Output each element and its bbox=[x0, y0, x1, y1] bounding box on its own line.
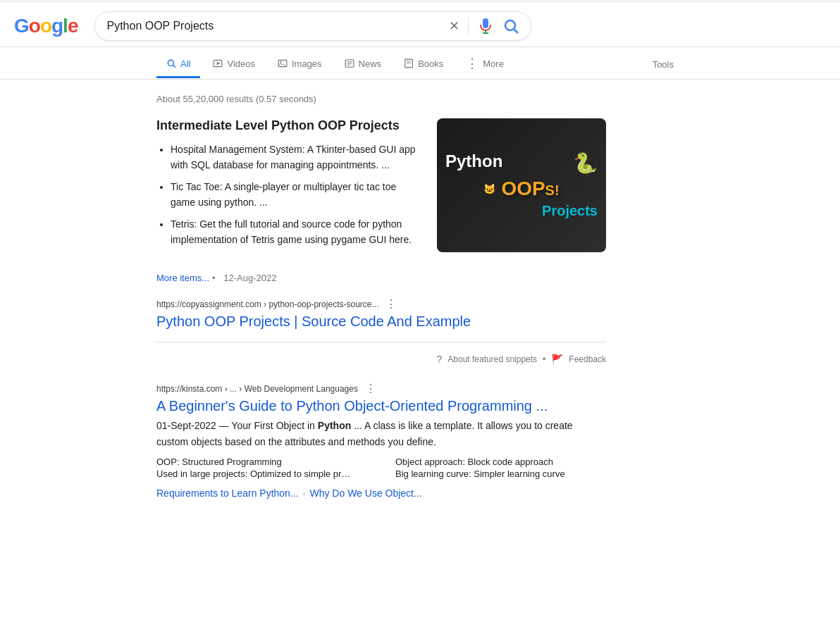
results-count: About 55,20,000 results (0.57 seconds) bbox=[156, 94, 606, 104]
source-url-2: https://kinsta.com › ... › Web Developme… bbox=[156, 384, 358, 394]
separator-dot: • bbox=[212, 273, 218, 283]
svg-line-1 bbox=[514, 30, 519, 34]
comparison-label-2: Object approach: Block code approach bbox=[395, 457, 606, 467]
svg-line-3 bbox=[173, 66, 175, 68]
about-snippets-link[interactable]: About featured snippets bbox=[447, 354, 537, 364]
source-menu-icon-2[interactable]: ⋮ bbox=[365, 382, 376, 395]
about-snippets-icon[interactable]: ? bbox=[437, 354, 443, 365]
second-result: https://kinsta.com › ... › Web Developme… bbox=[156, 382, 606, 499]
clear-button[interactable]: ✕ bbox=[449, 18, 459, 34]
svg-point-7 bbox=[280, 61, 281, 63]
list-item: Tetris: Get the full tutorial and source… bbox=[171, 216, 423, 248]
img-cat-icon: 🐱 bbox=[483, 183, 495, 194]
tab-videos[interactable]: Videos bbox=[203, 51, 265, 78]
result-title-2[interactable]: A Beginner's Guide to Python Object-Orie… bbox=[156, 397, 606, 415]
clear-icon: ✕ bbox=[449, 18, 459, 34]
result-description: 01-Sept-2022 — Your First Object in Pyth… bbox=[156, 418, 606, 449]
voice-search-button[interactable] bbox=[477, 18, 494, 35]
search-button[interactable] bbox=[502, 18, 519, 35]
result-title-1[interactable]: Python OOP Projects | Source Code And Ex… bbox=[156, 312, 606, 330]
snippet-title: Intermediate Level Python OOP Projects bbox=[156, 118, 423, 133]
news-icon bbox=[345, 58, 354, 68]
snippet-footer: ? About featured snippets • 🚩 Feedback bbox=[156, 354, 606, 365]
img-snake-icon: 🐍 bbox=[573, 151, 598, 175]
comparison-table: OOP: Structured Programming Object appro… bbox=[156, 457, 606, 479]
header: Google ✕ bbox=[0, 3, 840, 47]
more-dots-icon: ⋮ bbox=[466, 57, 478, 70]
sub-links: Requirements to Learn Python... · Why Do… bbox=[156, 488, 606, 499]
more-items-row: More items... • 12-Aug-2022 bbox=[156, 264, 606, 283]
comparison-label-3: Used in large projects: Optimized to sim… bbox=[156, 469, 367, 479]
snippet-date: 12-Aug-2022 bbox=[223, 273, 276, 283]
search-bar-wrapper: ✕ bbox=[94, 11, 531, 41]
search-icon bbox=[502, 18, 519, 35]
tab-images[interactable]: Images bbox=[268, 51, 332, 78]
snippet-list: Hospital Management System: A Tkinter-ba… bbox=[156, 142, 423, 247]
more-items-link[interactable]: More items... bbox=[156, 273, 209, 283]
tools-button[interactable]: Tools bbox=[643, 52, 684, 77]
tab-all[interactable]: All bbox=[156, 51, 200, 78]
comparison-label-4: Big learning curve: Simpler learning cur… bbox=[395, 469, 606, 479]
sub-link-separator: · bbox=[303, 488, 306, 499]
sub-link-1[interactable]: Requirements to Learn Python... bbox=[156, 488, 299, 499]
svg-point-0 bbox=[505, 20, 515, 30]
img-python-text: Python bbox=[445, 151, 502, 171]
all-icon bbox=[166, 58, 176, 68]
books-icon bbox=[404, 58, 414, 68]
svg-marker-5 bbox=[217, 62, 221, 66]
img-oops-text: OOPS! bbox=[501, 178, 559, 200]
search-input[interactable] bbox=[106, 20, 440, 32]
videos-icon bbox=[213, 58, 223, 68]
source-info-2: https://kinsta.com › ... › Web Developme… bbox=[156, 382, 606, 395]
source-url-1: https://copyassignment.com › python-oop-… bbox=[156, 299, 378, 309]
nav-tabs: All Videos Images News Books ⋮ More Tool… bbox=[0, 47, 840, 80]
footer-dot: • bbox=[543, 354, 545, 364]
svg-point-2 bbox=[168, 60, 173, 66]
source-menu-icon-1[interactable]: ⋮ bbox=[385, 297, 397, 311]
feedback-link[interactable]: Feedback bbox=[569, 354, 606, 364]
images-icon bbox=[278, 58, 288, 68]
tab-news[interactable]: News bbox=[335, 51, 392, 78]
snippet-content: Intermediate Level Python OOP Projects H… bbox=[156, 118, 423, 253]
feedback-icon: 🚩 bbox=[551, 354, 563, 365]
separator bbox=[468, 18, 469, 35]
main-content: About 55,20,000 results (0.57 seconds) I… bbox=[0, 80, 606, 513]
list-item: Tic Tac Toe: A single-player or multipla… bbox=[171, 179, 423, 211]
search-bar: ✕ bbox=[94, 11, 531, 41]
sub-link-2[interactable]: Why Do We Use Object... bbox=[309, 488, 421, 499]
img-projects-text: Projects bbox=[542, 203, 598, 218]
svg-rect-12 bbox=[405, 59, 413, 68]
google-logo[interactable]: Google bbox=[14, 15, 78, 37]
comparison-label-1: OOP: Structured Programming bbox=[156, 457, 367, 467]
separator-line bbox=[156, 342, 606, 342]
tab-books[interactable]: Books bbox=[394, 51, 453, 78]
mic-icon bbox=[477, 18, 494, 35]
source-info-1: https://copyassignment.com › python-oop-… bbox=[156, 297, 606, 311]
snippet-image: Python 🐍 🐱 OOPS! Projects bbox=[437, 118, 606, 252]
tab-more[interactable]: ⋮ More bbox=[456, 50, 514, 79]
list-item: Hospital Management System: A Tkinter-ba… bbox=[171, 142, 423, 173]
featured-snippet: Intermediate Level Python OOP Projects H… bbox=[156, 118, 606, 253]
